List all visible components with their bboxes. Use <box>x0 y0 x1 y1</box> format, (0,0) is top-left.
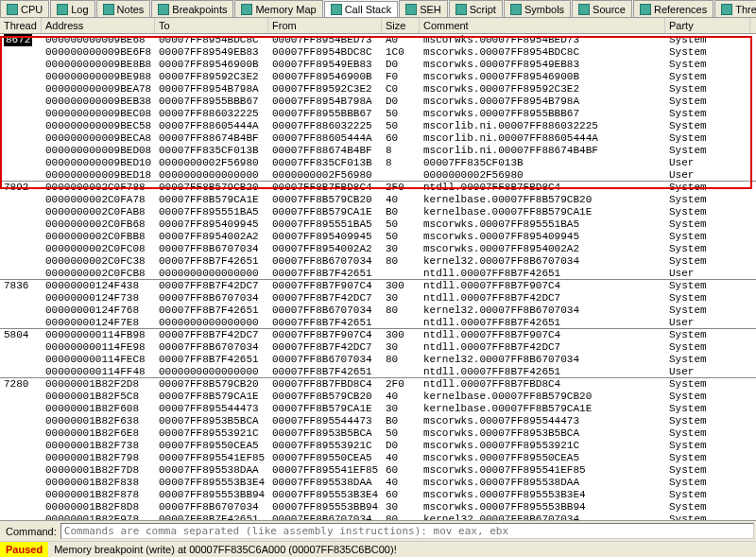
header-address[interactable]: Address <box>42 18 155 33</box>
table-row[interactable]: 0000000002C0FA7800007FF8B579CA1E00007FF8… <box>0 194 756 206</box>
cell-from: 00007FF89549EB83 <box>268 59 382 71</box>
table-row[interactable]: 000000000009BE6F800007FF89549EB8300007FF… <box>0 46 756 59</box>
cell-address: 000000000009BECA8 <box>42 132 155 145</box>
tab-log[interactable]: Log <box>50 0 94 17</box>
cell-address: 000000000114FE98 <box>42 341 155 354</box>
table-row[interactable]: 00000001B82F83800007FF895553B3E400007FF8… <box>0 477 756 489</box>
table-row[interactable]: 0000000002C0FCB8000000000000000000007FF8… <box>0 268 756 280</box>
table-row[interactable]: 00000001B82F97800007FF8B7F4265100007FF8B… <box>0 513 756 520</box>
table-row[interactable]: 0000000002C0FC3800007FF8B7F4265100007FF8… <box>0 255 756 268</box>
cell-comment: mscorwks.00007FF8954BDC8C <box>420 46 665 59</box>
tab-label: Script <box>470 4 496 15</box>
table-row[interactable]: 000000000009BECA800007FF88674B4BF00007FF… <box>0 132 756 145</box>
tab-label: References <box>654 4 707 15</box>
table-row[interactable]: 0000000002C0FC0800007FF8B670703400007FF8… <box>0 243 756 255</box>
cell-to: 00007FF8B6707034 <box>155 341 268 354</box>
table-row[interactable]: 000000000009BE8B800007FF89546900B00007FF… <box>0 59 756 71</box>
table-row[interactable]: 000000000009BE98800007FF89592C3E200007FF… <box>0 71 756 83</box>
cell-party: System <box>665 243 750 255</box>
tab-memory-map[interactable]: Memory Map <box>234 0 322 17</box>
tab-cpu[interactable]: CPU <box>0 0 49 17</box>
table-row[interactable]: 00000001B82F5C800007FF8B579CA1E00007FF8B… <box>0 391 756 403</box>
table-row[interactable]: 00000001B82F6E800007FF89553921C00007FF89… <box>0 427 756 440</box>
cell-thread <box>0 132 42 145</box>
table-row[interactable]: 000000000009BEC0800007FF88603222500007FF… <box>0 108 756 120</box>
table-row[interactable]: 00000001B82F7D800007FF895538DAA00007FF89… <box>0 464 756 477</box>
table-row[interactable]: 00000000124F73800007FF8B670703400007FF8B… <box>0 292 756 305</box>
table-row[interactable]: 000000000114FEC800007FF8B7F4265100007FF8… <box>0 354 756 366</box>
cell-address: 0000000002C0FB68 <box>42 218 155 231</box>
cell-thread: 8672 <box>0 34 42 46</box>
tab-source[interactable]: Source <box>572 0 632 17</box>
tab-notes[interactable]: Notes <box>96 0 151 17</box>
tab-seh[interactable]: SEH <box>399 0 448 17</box>
cell-from: 00007FF895553B3E4 <box>268 489 382 501</box>
tab-symbols[interactable]: Symbols <box>504 0 571 17</box>
header-size[interactable]: Size <box>382 18 420 33</box>
callstack-icon <box>331 4 342 15</box>
cell-address: 000000000114FEC8 <box>42 354 155 366</box>
command-input[interactable] <box>60 523 754 539</box>
tab-script[interactable]: Script <box>449 0 503 17</box>
tab-threads[interactable]: Threads <box>714 0 756 17</box>
cell-to: 00007FF895538DAA <box>155 464 268 477</box>
header-comment[interactable]: Comment <box>420 18 665 33</box>
cell-size: 50 <box>382 218 420 231</box>
tab-label: Call Stack <box>345 4 392 15</box>
cell-party: System <box>665 46 750 59</box>
table-row[interactable]: 000000000009BED0800007FF835CF013B00007FF… <box>0 145 756 157</box>
cell-from: 00007FF8B7F42651 <box>268 366 382 377</box>
cell-from: 00007FF8B6707034 <box>268 255 382 268</box>
tab-call-stack[interactable]: Call Stack <box>324 1 399 18</box>
table-row[interactable]: 00000001B82F87800007FF895553BB9400007FF8… <box>0 489 756 501</box>
table-row[interactable]: 00000001B82F63800007FF8953B5BCA00007FF89… <box>0 415 756 427</box>
cell-comment: kernelbase.00007FF8B579CB20 <box>420 391 665 403</box>
cell-party: System <box>665 415 750 427</box>
table-row[interactable]: 00000001B82F73800007FF89550CEA500007FF89… <box>0 440 756 452</box>
table-row[interactable]: 000000000114FF48000000000000000000007FF8… <box>0 366 756 378</box>
table-row[interactable]: 0000000002C0FAB800007FF895551BA500007FF8… <box>0 206 756 218</box>
header-party[interactable]: Party <box>665 18 750 33</box>
table-row[interactable]: 000000000009BEA7800007FF8954B798A00007FF… <box>0 83 756 96</box>
table-row[interactable]: 783600000000124F43800007FF8B7F42DC700007… <box>0 280 756 292</box>
seh-icon <box>405 4 417 15</box>
table-row[interactable]: 0000000002C0FB6800007FF89540994500007FF8… <box>0 218 756 231</box>
table-row[interactable]: 00000000124F7E8000000000000000000007FF8B… <box>0 317 756 329</box>
table-row[interactable]: 000000000114FE9800007FF8B670703400007FF8… <box>0 341 756 354</box>
table-row[interactable]: 728000000001B82F2D800007FF8B579CB2000007… <box>0 378 756 391</box>
table-row[interactable]: 78920000000002C0F78800007FF8B579CB200000… <box>0 182 756 194</box>
table-row[interactable]: 000000000009BED100000000002F5698000007FF… <box>0 157 756 169</box>
table-row[interactable]: 5804000000000114FB9800007FF8B7F42DC70000… <box>0 329 756 341</box>
header-to[interactable]: To <box>155 18 268 33</box>
header-thread[interactable]: Thread <box>0 18 42 33</box>
cell-size: 60 <box>382 132 420 145</box>
table-row[interactable]: 00000001B82F8D800007FF8B670703400007FF89… <box>0 501 756 513</box>
cell-from: 00007FF8954BED73 <box>268 34 382 46</box>
table-row[interactable]: 000000000009BED1800000000000000000000000… <box>0 169 756 182</box>
table-row[interactable]: 000000000009BEC5800007FF88605444A00007FF… <box>0 120 756 132</box>
cell-from: 00007FF8B579CA1E <box>268 206 382 218</box>
tab-label: SEH <box>420 4 441 15</box>
table-row[interactable]: 000000000009BEB3800007FF8955BBB6700007FF… <box>0 96 756 108</box>
cell-to: 00007FF8B6707034 <box>155 501 268 513</box>
cell-address: 0000000002C0FA78 <box>42 194 155 206</box>
cell-thread <box>0 341 42 354</box>
cell-from: 00007FF8B7FBD8C4 <box>268 378 382 391</box>
cell-address: 0000000002C0FBB8 <box>42 231 155 243</box>
cell-comment: mscorwks.00007FF89546900B <box>420 71 665 83</box>
cell-size: 40 <box>382 452 420 464</box>
table-row[interactable]: 00000001B82F79800007FF895541EF8500007FF8… <box>0 452 756 464</box>
table-row[interactable]: 00000001B82F60800007FF89554447300007FF8B… <box>0 403 756 415</box>
callstack-table[interactable]: 8672000000000009BE6800007FF8954BDC8C0000… <box>0 34 756 520</box>
cell-thread <box>0 268 42 279</box>
cell-address: 0000000002C0FCB8 <box>42 268 155 279</box>
header-from[interactable]: From <box>268 18 382 33</box>
cell-party: System <box>665 132 750 145</box>
tab-references[interactable]: References <box>633 0 713 17</box>
tab-breakpoints[interactable]: Breakpoints <box>151 0 233 17</box>
cell-party: System <box>665 96 750 108</box>
table-row[interactable]: 8672000000000009BE6800007FF8954BDC8C0000… <box>0 34 756 46</box>
table-row[interactable]: 00000000124F76800007FF8B7F4265100007FF8B… <box>0 305 756 317</box>
cell-from: 00007FF89546900B <box>268 71 382 83</box>
table-row[interactable]: 0000000002C0FBB800007FF8954002A200007FF8… <box>0 231 756 243</box>
